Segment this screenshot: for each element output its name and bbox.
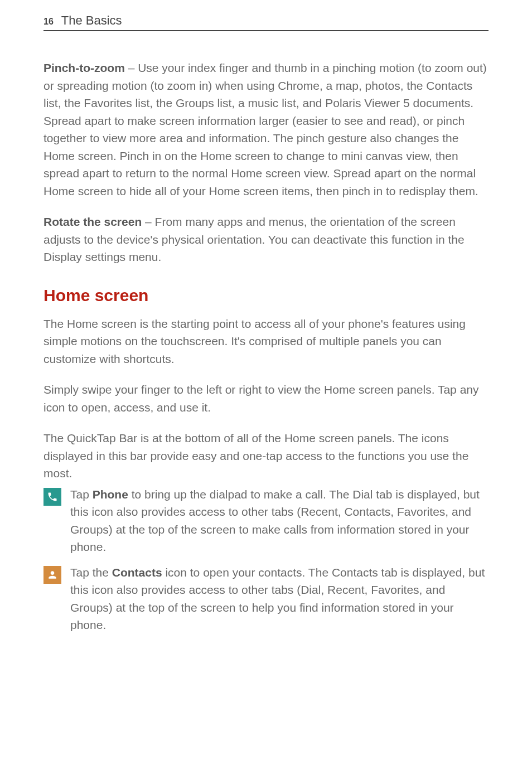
paragraph-home-intro: The Home screen is the starting point to… xyxy=(43,315,489,368)
term-phone: Phone xyxy=(93,488,128,501)
section-heading-home-screen: Home screen xyxy=(43,286,489,305)
chapter-title: The Basics xyxy=(61,13,122,28)
text-pre: Tap xyxy=(70,488,93,501)
page-header: 16 The Basics xyxy=(43,13,489,31)
paragraph-quicktap-intro: The QuickTap Bar is at the bottom of all… xyxy=(43,429,489,482)
document-page: 16 The Basics Pinch-to-zoom – Use your i… xyxy=(0,0,532,667)
text-post: to bring up the dialpad to make a call. … xyxy=(70,488,480,554)
paragraph-rotate-screen: Rotate the screen – From many apps and m… xyxy=(43,213,489,266)
text-pinch-to-zoom: – Use your index finger and thumb in a p… xyxy=(43,61,487,197)
term-contacts: Contacts xyxy=(112,566,162,579)
list-item-phone: Tap Phone to bring up the dialpad to mak… xyxy=(43,486,489,556)
term-rotate-screen: Rotate the screen xyxy=(43,215,142,228)
paragraph-home-swipe: Simply swipe your finger to the left or … xyxy=(43,381,489,416)
phone-icon xyxy=(43,488,61,506)
contacts-icon xyxy=(43,566,61,584)
text-pre: Tap the xyxy=(70,566,112,579)
quicktap-list: Tap Phone to bring up the dialpad to mak… xyxy=(43,486,489,634)
term-pinch-to-zoom: Pinch-to-zoom xyxy=(43,61,125,74)
list-item-contacts: Tap the Contacts icon to open your conta… xyxy=(43,564,489,634)
list-text-contacts: Tap the Contacts icon to open your conta… xyxy=(70,564,489,634)
paragraph-pinch-to-zoom: Pinch-to-zoom – Use your index finger an… xyxy=(43,59,489,200)
page-number: 16 xyxy=(43,17,56,27)
list-text-phone: Tap Phone to bring up the dialpad to mak… xyxy=(70,486,489,556)
